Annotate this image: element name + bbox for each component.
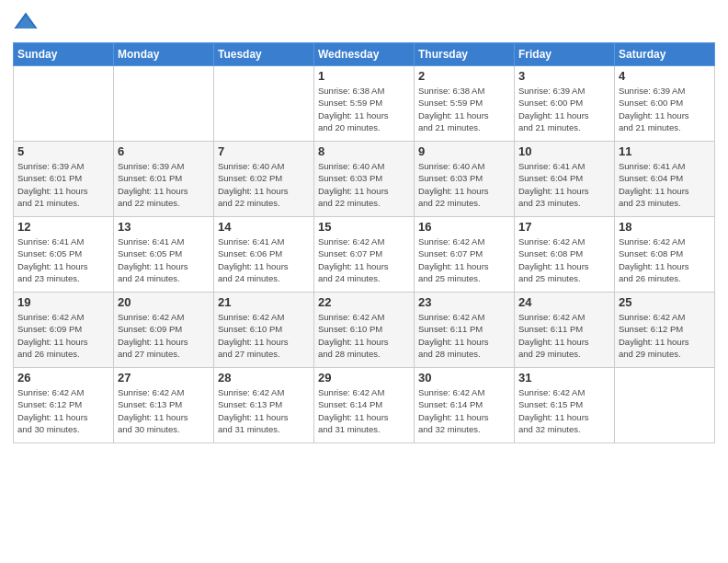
day-number: 18 bbox=[619, 220, 711, 234]
day-info: Sunrise: 6:42 AM Sunset: 6:12 PM Dayligh… bbox=[619, 311, 711, 360]
logo-icon bbox=[13, 9, 39, 35]
day-info: Sunrise: 6:42 AM Sunset: 6:07 PM Dayligh… bbox=[318, 236, 410, 284]
calendar-cell: 3Sunrise: 6:39 AM Sunset: 6:00 PM Daylig… bbox=[515, 66, 615, 142]
calendar-cell: 7Sunrise: 6:40 AM Sunset: 6:02 PM Daylig… bbox=[214, 142, 314, 217]
page: SundayMondayTuesdayWednesdayThursdayFrid… bbox=[0, 0, 728, 563]
day-info: Sunrise: 6:42 AM Sunset: 6:09 PM Dayligh… bbox=[118, 311, 210, 360]
calendar-cell: 1Sunrise: 6:38 AM Sunset: 5:59 PM Daylig… bbox=[314, 66, 415, 142]
calendar-cell: 11Sunrise: 6:41 AM Sunset: 6:04 PM Dayli… bbox=[615, 142, 715, 217]
day-number: 12 bbox=[17, 220, 109, 234]
calendar-cell: 25Sunrise: 6:42 AM Sunset: 6:12 PM Dayli… bbox=[615, 293, 715, 368]
calendar-cell: 29Sunrise: 6:42 AM Sunset: 6:14 PM Dayli… bbox=[314, 368, 415, 443]
day-info: Sunrise: 6:42 AM Sunset: 6:07 PM Dayligh… bbox=[418, 236, 510, 284]
day-number: 9 bbox=[418, 144, 510, 158]
day-info: Sunrise: 6:42 AM Sunset: 6:10 PM Dayligh… bbox=[318, 311, 410, 360]
day-number: 11 bbox=[619, 144, 711, 158]
calendar-cell: 27Sunrise: 6:42 AM Sunset: 6:13 PM Dayli… bbox=[114, 368, 214, 443]
day-info: Sunrise: 6:39 AM Sunset: 6:00 PM Dayligh… bbox=[518, 85, 610, 133]
day-info: Sunrise: 6:39 AM Sunset: 6:01 PM Dayligh… bbox=[118, 160, 210, 209]
calendar-week-2: 5Sunrise: 6:39 AM Sunset: 6:01 PM Daylig… bbox=[14, 142, 715, 217]
day-number: 15 bbox=[318, 220, 410, 234]
day-number: 4 bbox=[619, 69, 711, 83]
calendar-cell: 22Sunrise: 6:42 AM Sunset: 6:10 PM Dayli… bbox=[314, 293, 415, 368]
day-number: 5 bbox=[17, 144, 109, 158]
weekday-header-tuesday: Tuesday bbox=[214, 43, 314, 66]
day-info: Sunrise: 6:42 AM Sunset: 6:08 PM Dayligh… bbox=[619, 236, 711, 284]
calendar-cell: 10Sunrise: 6:41 AM Sunset: 6:04 PM Dayli… bbox=[515, 142, 615, 217]
calendar-cell: 21Sunrise: 6:42 AM Sunset: 6:10 PM Dayli… bbox=[214, 293, 314, 368]
calendar-cell: 20Sunrise: 6:42 AM Sunset: 6:09 PM Dayli… bbox=[114, 293, 214, 368]
weekday-header-row: SundayMondayTuesdayWednesdayThursdayFrid… bbox=[14, 43, 715, 66]
calendar-week-3: 12Sunrise: 6:41 AM Sunset: 6:05 PM Dayli… bbox=[14, 217, 715, 293]
calendar-cell: 15Sunrise: 6:42 AM Sunset: 6:07 PM Dayli… bbox=[314, 217, 415, 293]
day-info: Sunrise: 6:42 AM Sunset: 6:13 PM Dayligh… bbox=[218, 386, 310, 435]
header bbox=[13, 9, 715, 35]
calendar-cell: 2Sunrise: 6:38 AM Sunset: 5:59 PM Daylig… bbox=[415, 66, 515, 142]
day-number: 26 bbox=[17, 371, 109, 385]
day-info: Sunrise: 6:41 AM Sunset: 6:06 PM Dayligh… bbox=[218, 236, 310, 284]
calendar-cell: 17Sunrise: 6:42 AM Sunset: 6:08 PM Dayli… bbox=[515, 217, 615, 293]
calendar-cell: 19Sunrise: 6:42 AM Sunset: 6:09 PM Dayli… bbox=[14, 293, 114, 368]
day-info: Sunrise: 6:41 AM Sunset: 6:05 PM Dayligh… bbox=[17, 236, 109, 284]
weekday-header-thursday: Thursday bbox=[415, 43, 515, 66]
day-info: Sunrise: 6:42 AM Sunset: 6:13 PM Dayligh… bbox=[118, 386, 210, 435]
day-info: Sunrise: 6:42 AM Sunset: 6:08 PM Dayligh… bbox=[518, 236, 610, 284]
day-info: Sunrise: 6:39 AM Sunset: 6:00 PM Dayligh… bbox=[619, 85, 711, 133]
day-number: 2 bbox=[418, 69, 510, 83]
day-info: Sunrise: 6:42 AM Sunset: 6:10 PM Dayligh… bbox=[218, 311, 310, 360]
day-number: 29 bbox=[318, 371, 410, 385]
day-number: 16 bbox=[418, 220, 510, 234]
day-number: 8 bbox=[318, 144, 410, 158]
day-info: Sunrise: 6:42 AM Sunset: 6:11 PM Dayligh… bbox=[418, 311, 510, 360]
calendar-cell: 16Sunrise: 6:42 AM Sunset: 6:07 PM Dayli… bbox=[415, 217, 515, 293]
calendar-week-5: 26Sunrise: 6:42 AM Sunset: 6:12 PM Dayli… bbox=[14, 368, 715, 443]
day-info: Sunrise: 6:41 AM Sunset: 6:04 PM Dayligh… bbox=[619, 160, 711, 209]
day-number: 3 bbox=[518, 69, 610, 83]
day-number: 25 bbox=[619, 295, 711, 309]
day-number: 24 bbox=[518, 295, 610, 309]
day-info: Sunrise: 6:42 AM Sunset: 6:15 PM Dayligh… bbox=[518, 386, 610, 435]
day-number: 17 bbox=[518, 220, 610, 234]
day-number: 19 bbox=[17, 295, 109, 309]
day-number: 22 bbox=[318, 295, 410, 309]
calendar-cell bbox=[14, 66, 114, 142]
day-info: Sunrise: 6:38 AM Sunset: 5:59 PM Dayligh… bbox=[418, 85, 510, 133]
calendar-cell bbox=[114, 66, 214, 142]
day-number: 13 bbox=[118, 220, 210, 234]
weekday-header-sunday: Sunday bbox=[14, 43, 114, 66]
day-info: Sunrise: 6:41 AM Sunset: 6:04 PM Dayligh… bbox=[518, 160, 610, 209]
weekday-header-monday: Monday bbox=[114, 43, 214, 66]
day-info: Sunrise: 6:42 AM Sunset: 6:14 PM Dayligh… bbox=[318, 386, 410, 435]
calendar-cell: 14Sunrise: 6:41 AM Sunset: 6:06 PM Dayli… bbox=[214, 217, 314, 293]
day-number: 30 bbox=[418, 371, 510, 385]
day-info: Sunrise: 6:39 AM Sunset: 6:01 PM Dayligh… bbox=[17, 160, 109, 209]
day-number: 1 bbox=[318, 69, 410, 83]
day-number: 31 bbox=[518, 371, 610, 385]
calendar-cell: 9Sunrise: 6:40 AM Sunset: 6:03 PM Daylig… bbox=[415, 142, 515, 217]
day-info: Sunrise: 6:40 AM Sunset: 6:02 PM Dayligh… bbox=[218, 160, 310, 209]
calendar-cell: 24Sunrise: 6:42 AM Sunset: 6:11 PM Dayli… bbox=[515, 293, 615, 368]
calendar-week-1: 1Sunrise: 6:38 AM Sunset: 5:59 PM Daylig… bbox=[14, 66, 715, 142]
weekday-header-wednesday: Wednesday bbox=[314, 43, 415, 66]
day-number: 21 bbox=[218, 295, 310, 309]
day-number: 10 bbox=[518, 144, 610, 158]
day-number: 20 bbox=[118, 295, 210, 309]
calendar-week-4: 19Sunrise: 6:42 AM Sunset: 6:09 PM Dayli… bbox=[14, 293, 715, 368]
calendar-cell: 18Sunrise: 6:42 AM Sunset: 6:08 PM Dayli… bbox=[615, 217, 715, 293]
day-info: Sunrise: 6:40 AM Sunset: 6:03 PM Dayligh… bbox=[418, 160, 510, 209]
calendar-cell: 8Sunrise: 6:40 AM Sunset: 6:03 PM Daylig… bbox=[314, 142, 415, 217]
calendar-cell bbox=[615, 368, 715, 443]
day-info: Sunrise: 6:42 AM Sunset: 6:11 PM Dayligh… bbox=[518, 311, 610, 360]
calendar-cell: 4Sunrise: 6:39 AM Sunset: 6:00 PM Daylig… bbox=[615, 66, 715, 142]
calendar-cell: 31Sunrise: 6:42 AM Sunset: 6:15 PM Dayli… bbox=[515, 368, 615, 443]
calendar-cell: 23Sunrise: 6:42 AM Sunset: 6:11 PM Dayli… bbox=[415, 293, 515, 368]
day-number: 23 bbox=[418, 295, 510, 309]
day-info: Sunrise: 6:41 AM Sunset: 6:05 PM Dayligh… bbox=[118, 236, 210, 284]
calendar-cell: 26Sunrise: 6:42 AM Sunset: 6:12 PM Dayli… bbox=[14, 368, 114, 443]
day-info: Sunrise: 6:42 AM Sunset: 6:14 PM Dayligh… bbox=[418, 386, 510, 435]
day-info: Sunrise: 6:42 AM Sunset: 6:09 PM Dayligh… bbox=[17, 311, 109, 360]
calendar-cell: 5Sunrise: 6:39 AM Sunset: 6:01 PM Daylig… bbox=[14, 142, 114, 217]
calendar-cell bbox=[214, 66, 314, 142]
weekday-header-saturday: Saturday bbox=[615, 43, 715, 66]
calendar-cell: 12Sunrise: 6:41 AM Sunset: 6:05 PM Dayli… bbox=[14, 217, 114, 293]
